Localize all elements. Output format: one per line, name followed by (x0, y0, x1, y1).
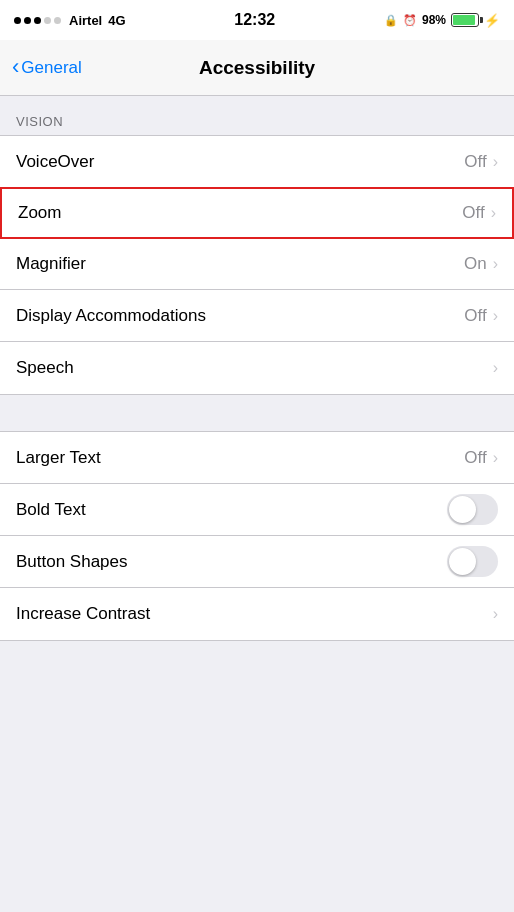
display-accommodations-chevron-icon: › (493, 308, 498, 324)
vision-group: VoiceOver Off › Zoom Off › Magnifier On … (0, 135, 514, 395)
button-shapes-item[interactable]: Button Shapes (0, 536, 514, 588)
increase-contrast-label: Increase Contrast (16, 604, 150, 624)
status-bar: Airtel 4G 12:32 🔒 ⏰ 98% ⚡ (0, 0, 514, 40)
bold-text-toggle-knob (449, 496, 476, 523)
magnifier-value-area: On › (464, 254, 498, 274)
time-label: 12:32 (234, 11, 275, 29)
magnifier-chevron-icon: › (493, 256, 498, 272)
voiceover-value: Off (464, 152, 486, 172)
bold-text-toggle[interactable] (447, 494, 498, 525)
battery-percent-label: 98% (422, 13, 446, 27)
button-shapes-toggle-knob (449, 548, 476, 575)
text-display-group: Larger Text Off › Bold Text Button Shape… (0, 431, 514, 641)
signal-icon (14, 17, 61, 24)
section-label-vision: VISION (0, 96, 514, 135)
alarm-icon: ⏰ (403, 14, 417, 27)
speech-label: Speech (16, 358, 74, 378)
display-accommodations-value-area: Off › (464, 306, 498, 326)
voiceover-label: VoiceOver (16, 152, 94, 172)
charging-icon: ⚡ (484, 13, 500, 28)
lock-icon: 🔒 (384, 14, 398, 27)
battery-fill (453, 15, 475, 25)
speech-value-area: › (493, 360, 498, 376)
speech-item[interactable]: Speech › (0, 342, 514, 394)
increase-contrast-value-area: › (493, 606, 498, 622)
back-button[interactable]: ‹ General (12, 57, 82, 78)
increase-contrast-item[interactable]: Increase Contrast › (0, 588, 514, 640)
zoom-label: Zoom (18, 203, 61, 223)
larger-text-value: Off (464, 448, 486, 468)
larger-text-value-area: Off › (464, 448, 498, 468)
button-shapes-toggle[interactable] (447, 546, 498, 577)
group-spacer (0, 395, 514, 431)
increase-contrast-chevron-icon: › (493, 606, 498, 622)
network-type-label: 4G (108, 13, 125, 28)
voiceover-item[interactable]: VoiceOver Off › (0, 136, 514, 188)
display-accommodations-item[interactable]: Display Accommodations Off › (0, 290, 514, 342)
battery-icon (451, 13, 479, 27)
nav-bar: ‹ General Accessibility (0, 40, 514, 96)
zoom-item[interactable]: Zoom Off › (0, 187, 514, 239)
larger-text-item[interactable]: Larger Text Off › (0, 432, 514, 484)
magnifier-value: On (464, 254, 487, 274)
zoom-value: Off (462, 203, 484, 223)
zoom-chevron-icon: › (491, 205, 496, 221)
carrier-label: Airtel (69, 13, 102, 28)
speech-chevron-icon: › (493, 360, 498, 376)
page-title: Accessibility (199, 57, 315, 79)
back-chevron-icon: ‹ (12, 56, 19, 78)
voiceover-chevron-icon: › (493, 154, 498, 170)
status-right: 🔒 ⏰ 98% ⚡ (384, 13, 500, 28)
voiceover-value-area: Off › (464, 152, 498, 172)
button-shapes-label: Button Shapes (16, 552, 128, 572)
bold-text-item[interactable]: Bold Text (0, 484, 514, 536)
larger-text-label: Larger Text (16, 448, 101, 468)
display-accommodations-label: Display Accommodations (16, 306, 206, 326)
magnifier-label: Magnifier (16, 254, 86, 274)
bold-text-label: Bold Text (16, 500, 86, 520)
back-label: General (21, 58, 81, 78)
larger-text-chevron-icon: › (493, 450, 498, 466)
zoom-value-area: Off › (462, 203, 496, 223)
status-left: Airtel 4G (14, 13, 126, 28)
display-accommodations-value: Off (464, 306, 486, 326)
magnifier-item[interactable]: Magnifier On › (0, 238, 514, 290)
